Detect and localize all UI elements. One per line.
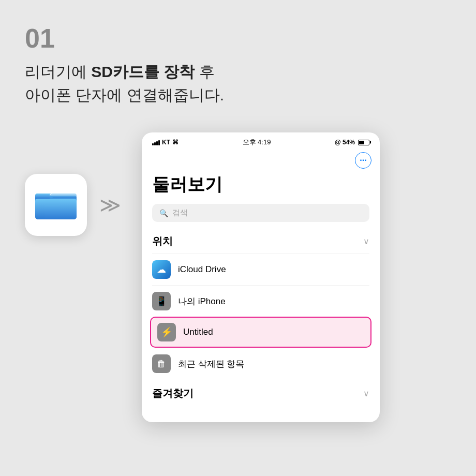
instruction-line1-prefix: 리더기에 bbox=[25, 63, 91, 80]
search-icon: 🔍 bbox=[159, 209, 168, 217]
files-app-icon bbox=[25, 174, 87, 236]
location-item-iphone[interactable]: 📱 나의 iPhone bbox=[152, 285, 369, 317]
locations-section-header: 위치 ∨ bbox=[152, 232, 369, 254]
step-number: 01 bbox=[25, 25, 451, 52]
signal-bar-3 bbox=[156, 141, 158, 145]
browse-screen: 둘러보기 🔍 검색 위치 ∨ ☁ iCloud Drive 📱 bbox=[142, 173, 380, 416]
more-button[interactable]: ··· bbox=[355, 152, 371, 169]
svg-rect-1 bbox=[35, 199, 77, 219]
favorites-chevron-icon[interactable]: ∨ bbox=[363, 389, 369, 398]
locations-chevron-icon[interactable]: ∨ bbox=[363, 236, 369, 246]
favorites-section-title: 즐겨찾기 bbox=[152, 386, 194, 400]
instruction-line1: 리더기에 SD카드를 장착 후 bbox=[25, 60, 451, 83]
instruction-line1-bold: SD카드를 장착 bbox=[91, 63, 195, 80]
wifi-icon: ⌘ bbox=[172, 139, 178, 146]
instruction-text: 리더기에 SD카드를 장착 후 아이폰 단자에 연결해줍니다. bbox=[25, 60, 451, 107]
location-item-icloud[interactable]: ☁ iCloud Drive bbox=[152, 254, 369, 285]
signal-bars bbox=[152, 139, 160, 145]
trash-symbol: 🗑 bbox=[157, 359, 166, 369]
status-left: KT ⌘ bbox=[152, 139, 178, 146]
carrier-label: KT bbox=[162, 139, 170, 146]
battery-percent-label: @ 54% bbox=[335, 139, 355, 146]
instruction-line1-suffix: 후 bbox=[195, 63, 214, 80]
search-bar[interactable]: 🔍 검색 bbox=[152, 204, 369, 222]
location-item-recently-deleted[interactable]: 🗑 최근 삭제된 항목 bbox=[152, 348, 369, 379]
iphone-label: 나의 iPhone bbox=[178, 295, 226, 307]
icloud-drive-label: iCloud Drive bbox=[178, 264, 226, 275]
untitled-label: Untitled bbox=[183, 327, 213, 337]
usb-icon: ⚡ bbox=[157, 323, 176, 341]
signal-bar-1 bbox=[152, 143, 154, 145]
instruction-line2: 아이폰 단자에 연결해줍니다. bbox=[25, 83, 451, 107]
browse-title: 둘러보기 bbox=[152, 173, 369, 197]
trash-icon: 🗑 bbox=[152, 354, 171, 373]
favorites-section: 즐겨찾기 ∨ bbox=[152, 384, 369, 406]
search-placeholder: 검색 bbox=[172, 208, 188, 218]
status-right: @ 54% bbox=[335, 139, 369, 146]
location-item-untitled[interactable]: ⚡ Untitled bbox=[150, 317, 371, 348]
more-button-area: ··· bbox=[142, 150, 380, 173]
iphone-icon: 📱 bbox=[152, 292, 171, 310]
recently-deleted-label: 최근 삭제된 항목 bbox=[178, 358, 244, 370]
signal-bar-4 bbox=[158, 140, 160, 145]
locations-section-title: 위치 bbox=[152, 234, 173, 248]
favorites-section-header: 즐겨찾기 ∨ bbox=[152, 384, 369, 406]
time-label: 오후 4:19 bbox=[243, 138, 271, 147]
status-bar: KT ⌘ 오후 4:19 @ 54% bbox=[142, 132, 380, 150]
icloud-symbol: ☁ bbox=[157, 264, 166, 275]
signal-bar-2 bbox=[154, 142, 156, 145]
arrow-icon: ≫ bbox=[99, 193, 121, 217]
iphone-symbol: 📱 bbox=[156, 295, 167, 307]
icloud-icon: ☁ bbox=[152, 260, 171, 279]
phone-screen: KT ⌘ 오후 4:19 @ 54% ··· 둘러보기 🔍 검색 bbox=[142, 132, 380, 422]
usb-symbol: ⚡ bbox=[161, 326, 172, 338]
folder-icon bbox=[35, 188, 77, 221]
battery-icon bbox=[358, 140, 369, 145]
